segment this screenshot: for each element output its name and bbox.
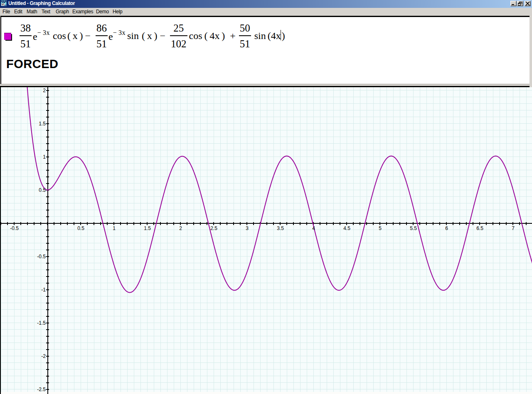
svg-text:-2.5: -2.5 [37,387,46,392]
svg-text:6: 6 [445,225,448,231]
svg-text:0.5: 0.5 [39,187,46,193]
svg-text:-1: -1 [41,287,46,293]
svg-text:5: 5 [379,225,382,231]
svg-text:0.5: 0.5 [77,225,84,231]
svg-text:-0.5: -0.5 [37,254,46,259]
svg-text:4: 4 [312,225,315,231]
svg-text:-0.5: -0.5 [10,225,19,231]
svg-text:3.5: 3.5 [277,225,284,231]
svg-text:3: 3 [246,225,249,231]
svg-text:2: 2 [179,225,182,231]
svg-text:7: 7 [512,225,515,231]
svg-text:-1.5: -1.5 [37,320,46,326]
svg-text:1: 1 [113,225,116,231]
svg-text:-2: -2 [41,353,46,359]
svg-text:1: 1 [43,154,46,160]
svg-text:1.5: 1.5 [39,121,46,127]
svg-text:2: 2 [43,88,46,93]
svg-text:2.5: 2.5 [210,225,217,231]
svg-text:4.5: 4.5 [343,225,350,231]
svg-text:6.5: 6.5 [476,225,483,231]
svg-text:1.5: 1.5 [144,225,151,231]
svg-text:5.5: 5.5 [410,225,417,231]
